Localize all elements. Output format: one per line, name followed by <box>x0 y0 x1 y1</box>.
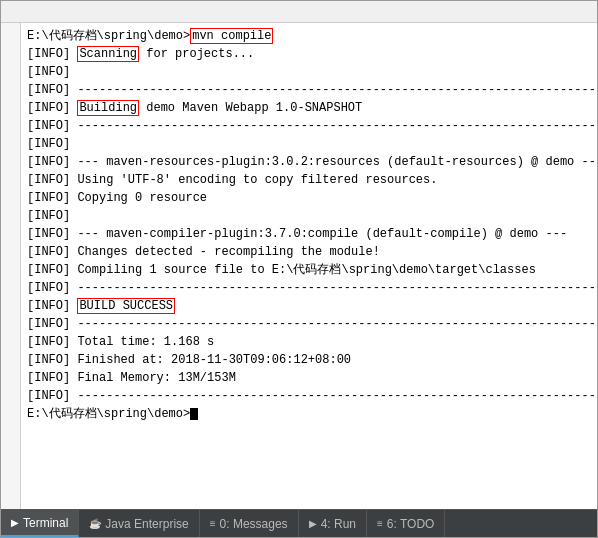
terminal-line: [INFO] Scanning for projects... <box>27 45 591 63</box>
title-bar <box>1 1 597 23</box>
terminal-line: [INFO] <box>27 207 591 225</box>
terminal-window: E:\代码存档\spring\demo>mvn compile[INFO] Sc… <box>0 0 598 538</box>
java-enterprise-icon: ☕ <box>89 518 101 529</box>
building-highlight: Building <box>77 100 139 116</box>
run-icon: ▶ <box>309 518 317 529</box>
content-wrapper: E:\代码存档\spring\demo>mvn compile[INFO] Sc… <box>1 23 597 509</box>
todo-label: 6: TODO <box>387 517 435 531</box>
terminal-line: [INFO] ---------------------------------… <box>27 279 591 297</box>
terminal-line: [INFO] Finished at: 2018-11-30T09:06:12+… <box>27 351 591 369</box>
terminal-line: [INFO] --- maven-compiler-plugin:3.7.0:c… <box>27 225 591 243</box>
terminal-line: [INFO] Copying 0 resource <box>27 189 591 207</box>
scan-highlight: Scanning <box>77 46 139 62</box>
terminal-line: [INFO] Using 'UTF-8' encoding to copy fi… <box>27 171 591 189</box>
command-highlight: mvn compile <box>190 28 273 44</box>
terminal-line: [INFO] ---------------------------------… <box>27 81 591 99</box>
messages-icon: ≡ <box>210 518 216 529</box>
prompt-line: E:\代码存档\spring\demo> <box>27 405 591 423</box>
status-tab-java-enterprise[interactable]: ☕Java Enterprise <box>79 510 199 537</box>
terminal-line: [INFO] <box>27 135 591 153</box>
terminal-output[interactable]: E:\代码存档\spring\demo>mvn compile[INFO] Sc… <box>21 23 597 509</box>
terminal-line: [INFO] Building demo Maven Webapp 1.0-SN… <box>27 99 591 117</box>
terminal-line: [INFO] ---------------------------------… <box>27 387 591 405</box>
terminal-line: [INFO] --- maven-resources-plugin:3.0.2:… <box>27 153 591 171</box>
java-enterprise-label: Java Enterprise <box>105 517 188 531</box>
status-tab-messages[interactable]: ≡0: Messages <box>200 510 299 537</box>
terminal-line: [INFO] Compiling 1 source file to E:\代码存… <box>27 261 591 279</box>
close-button[interactable] <box>3 47 19 63</box>
build-success-highlight: BUILD SUCCESS <box>77 298 175 314</box>
toolbar <box>1 23 21 509</box>
cursor <box>190 408 198 420</box>
terminal-icon: ▶ <box>11 517 19 528</box>
terminal-line: [INFO] <box>27 63 591 81</box>
terminal-line: E:\代码存档\spring\demo>mvn compile <box>27 27 591 45</box>
terminal-line: [INFO] Final Memory: 13M/153M <box>27 369 591 387</box>
status-tab-todo[interactable]: ≡6: TODO <box>367 510 445 537</box>
todo-icon: ≡ <box>377 518 383 529</box>
status-tab-run[interactable]: ▶4: Run <box>299 510 367 537</box>
terminal-line: [INFO] BUILD SUCCESS <box>27 297 591 315</box>
status-bar: ▶Terminal☕Java Enterprise≡0: Messages▶4:… <box>1 509 597 537</box>
run-label: 4: Run <box>321 517 356 531</box>
terminal-label: Terminal <box>23 516 68 530</box>
add-button[interactable] <box>3 27 19 43</box>
terminal-line: [INFO] ---------------------------------… <box>27 315 591 333</box>
status-tab-terminal[interactable]: ▶Terminal <box>1 510 79 537</box>
terminal-line: [INFO] ---------------------------------… <box>27 117 591 135</box>
messages-label: 0: Messages <box>220 517 288 531</box>
terminal-line: [INFO] Changes detected - recompiling th… <box>27 243 591 261</box>
terminal-line: [INFO] Total time: 1.168 s <box>27 333 591 351</box>
